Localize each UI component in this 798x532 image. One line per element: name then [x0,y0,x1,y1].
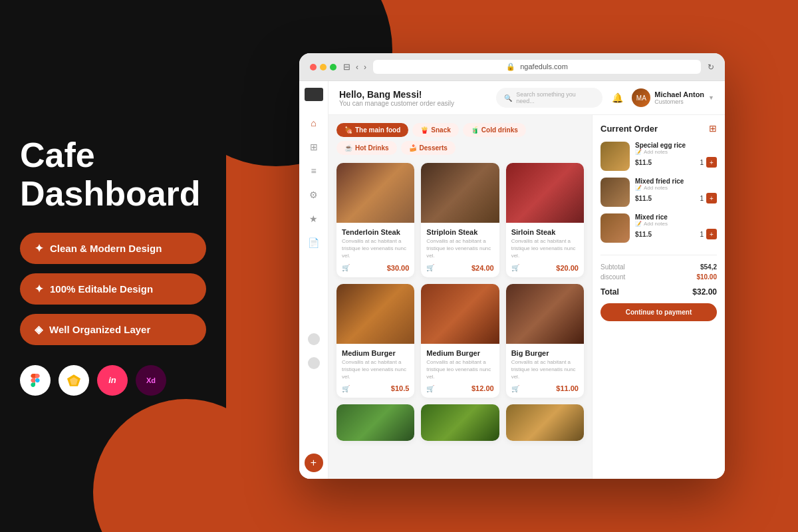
burger2-info: Medium Burger Convallis at ac habitant a… [421,344,499,398]
sidebar-list-icon[interactable]: ≡ [308,165,320,177]
well-organized-button[interactable]: ◈ Well Organized Layer [20,314,206,345]
tab-desserts[interactable]: 🍰 Desserts [401,141,456,155]
order-qty-3-add[interactable]: + [706,229,717,239]
clean-design-label: Clean & Modern Design [50,243,162,254]
food-card-salad2[interactable] [421,404,499,441]
back-icon[interactable]: ‹ [356,63,358,72]
striploin-name: Striploin Steak [426,228,493,236]
tenderloin-price: $30.00 [387,264,410,272]
burger1-price: $10.5 [391,384,410,392]
order-item-3-price-row: $11.5 1 + [635,229,717,239]
tab-cold-drinks[interactable]: 🧃 Cold drinks [463,123,526,137]
notification-icon[interactable]: 🔔 [609,90,625,106]
forward-icon[interactable]: › [364,63,366,72]
striploin-price: $24.00 [471,264,494,272]
search-box[interactable]: 🔍 Search something you need... [496,88,602,108]
close-dot[interactable] [310,64,317,70]
order-item-2-details: Mixed fried rice 📝 Add notes $11.5 1 [635,178,717,203]
order-item-3-note[interactable]: 📝 Add notes [635,221,717,227]
cart-icon-5[interactable]: 🛒 [511,385,519,392]
burger2-footer: 🛒 $12.00 [426,384,493,392]
order-qty-2: 1 + [700,193,717,203]
order-item-2-img [600,178,630,207]
app-main: Hello, Bang Messi! You can manage custom… [329,81,725,479]
food-grid: Tenderloin Steak Convallis at ac habitan… [336,163,584,441]
sidebar-doc-icon[interactable]: 📄 [308,237,320,249]
order-qty-1-add[interactable]: + [706,157,717,168]
sirloin-desc: Convallis at ac habitant a tristique leo… [511,237,579,260]
user-chevron-icon[interactable]: ▼ [708,94,714,101]
sidebar-settings-icon[interactable]: ⚙ [308,189,320,201]
food-card-striploin[interactable]: Striploin Steak Convallis at ac habitant… [421,163,499,277]
window-controls [310,64,336,70]
tenderloin-name: Tenderloin Steak [342,228,409,236]
main-food-label: The main food [355,126,400,134]
total-value: $32.00 [692,287,717,297]
tab-icon: ⊟ [343,62,350,72]
burger1-footer: 🛒 $10.5 [342,384,409,392]
food-card-big-burger[interactable]: Big Burger Convallis at ac habitant a tr… [506,284,584,398]
clean-design-icon: ✦ [35,242,43,255]
food-card-medium-burger1[interactable]: Medium Burger Convallis at ac habitant a… [336,284,414,398]
cart-icon-4[interactable]: 🛒 [426,385,434,392]
order-item-2-note[interactable]: 📝 Add notes [635,185,717,191]
maximize-dot[interactable] [330,64,336,70]
sketch-icon[interactable] [59,365,89,396]
food-card-egg[interactable] [506,404,584,441]
order-item-2-price-row: $11.5 1 + [635,193,717,203]
user-name: Michael Anton [654,90,704,98]
sidebar-home-icon[interactable]: ⌂ [308,117,320,129]
food-card-tenderloin[interactable]: Tenderloin Steak Convallis at ac habitan… [336,163,414,277]
order-grid-icon[interactable]: ⊞ [709,123,717,134]
sirloin-img [506,163,584,223]
figma-icon[interactable] [20,365,51,396]
order-item-3-name: Mixed rice [635,213,717,221]
greeting-text: Hello, Bang Messi! [339,89,454,100]
egg-img [506,404,584,441]
food-card-sirloin[interactable]: Sirloin Steak Convallis at ac habitant a… [506,163,584,277]
big-burger-img [506,284,584,344]
reload-icon[interactable]: ↻ [708,63,714,72]
editable-design-button[interactable]: ✦ 100% Editable Design [20,273,206,305]
nav-controls: ⊟ ‹ › [343,62,366,72]
payment-button[interactable]: Continue to payment [600,303,717,321]
cart-icon-2[interactable]: 🛒 [511,264,519,271]
total-label: Total [600,287,619,297]
order-qty-2-add[interactable]: + [706,193,717,203]
discount-value: $10.00 [696,273,717,281]
user-avatar: MA [632,88,650,107]
big-burger-desc: Convallis at ac habitant a tristique leo… [511,358,579,381]
right-panel: ⊟ ‹ › 🔒 ngafeduls.com ↻ ⌂ ⊞ ≡ ⚙ ★ 📄 [226,0,798,532]
editable-label: 100% Editable Design [50,283,153,295]
cart-icon-3[interactable]: 🛒 [342,385,350,392]
cart-icon-0[interactable]: 🛒 [342,264,350,271]
sidebar-add-button[interactable]: + [305,454,323,472]
cart-icon-1[interactable]: 🛒 [426,264,434,271]
tab-main-food[interactable]: 🍖 The main food [336,123,408,137]
browser-bar: ⊟ ‹ › 🔒 ngafeduls.com ↻ [299,53,725,81]
main-food-icon: 🍖 [344,126,352,134]
food-card-medium-burger2[interactable]: Medium Burger Convallis at ac habitant a… [421,284,499,398]
note-icon-1: 📝 [635,149,642,155]
order-item-1-price-row: $11.5 1 + [635,157,717,168]
app-header: Hello, Bang Messi! You can manage custom… [329,81,725,115]
tab-hot-drinks[interactable]: ☕ Hot Drinks [336,141,397,155]
tab-snack[interactable]: 🍟 Snack [412,123,458,137]
food-card-salad1[interactable] [336,404,414,441]
xd-icon[interactable]: Xd [136,365,166,396]
user-text: Michael Anton Customers [654,90,704,105]
sidebar-star-icon[interactable]: ★ [308,213,320,225]
minimize-dot[interactable] [320,64,327,70]
burger2-price: $12.00 [471,384,494,392]
clean-design-button[interactable]: ✦ Clean & Modern Design [20,233,206,264]
sidebar-grid-icon[interactable]: ⊞ [308,141,320,153]
menu-section: 🍖 The main food 🍟 Snack 🧃 Cold drinks [329,115,592,479]
invision-icon[interactable]: in [97,365,128,396]
subtotal-value: $54,2 [700,263,717,271]
order-item-3-img [600,213,630,243]
sirloin-info: Sirloin Steak Convallis at ac habitant a… [506,223,584,277]
url-bar[interactable]: 🔒 ngafeduls.com [373,60,701,74]
order-item-2-name: Mixed fried rice [635,178,717,185]
left-panel: Cafe Dashboard ✦ Clean & Modern Design ✦… [0,0,226,532]
order-item-1-note[interactable]: 📝 Add notes [635,149,717,155]
